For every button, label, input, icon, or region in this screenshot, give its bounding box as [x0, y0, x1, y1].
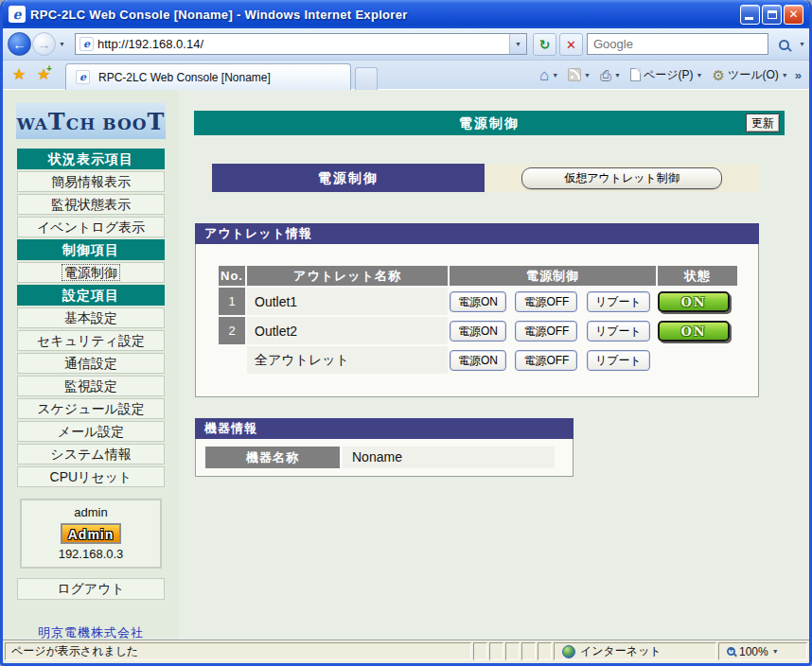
- page-header: 電源制御 更新: [194, 111, 785, 135]
- chevron-down-icon: ▼: [584, 72, 591, 79]
- home-button[interactable]: ⌂▼: [537, 65, 561, 85]
- page-title: 電源制御: [194, 111, 785, 135]
- address-dropdown-button[interactable]: ▼: [509, 34, 526, 54]
- virtual-outlet-control-button[interactable]: 仮想アウトレット制御: [521, 167, 722, 189]
- tools-menu-button[interactable]: ⚙ツール(O)▼: [709, 65, 790, 85]
- menu-header-settings: 設定項目: [17, 285, 165, 306]
- minimize-icon: [745, 17, 753, 20]
- status-badge: ON: [658, 321, 730, 342]
- device-name-value: Noname: [343, 447, 555, 468]
- security-zone-pane: インターネット: [554, 642, 716, 660]
- reboot-button[interactable]: リブート: [587, 291, 650, 312]
- add-favorite-plus-icon: +: [46, 63, 52, 74]
- zoom-level: 100%: [739, 645, 768, 658]
- gear-icon: ⚙: [712, 68, 724, 82]
- update-button[interactable]: 更新: [746, 114, 780, 132]
- address-input[interactable]: [97, 37, 509, 51]
- logo-text: CH BOO: [66, 114, 148, 133]
- ie-app-icon: e: [9, 6, 26, 23]
- close-button[interactable]: ✕: [784, 5, 803, 25]
- internet-globe-icon: [562, 645, 575, 658]
- outlet-controls: 電源ON 電源OFF リブート: [450, 288, 656, 315]
- history-dropdown-icon[interactable]: ▼: [59, 41, 65, 47]
- new-tab-button[interactable]: [355, 67, 378, 90]
- reboot-button[interactable]: リブート: [587, 350, 650, 371]
- browser-window: e RPC-2LC Web Console [Noname] - Windows…: [0, 0, 812, 666]
- outlet-number: 1: [219, 288, 245, 315]
- rss-icon: [568, 68, 581, 81]
- maximize-button[interactable]: [762, 5, 782, 25]
- page-favicon: e: [79, 37, 94, 51]
- refresh-button[interactable]: ↻: [533, 33, 556, 56]
- outlet-section-title: アウトレット情報: [195, 223, 759, 244]
- sidebar-item-mail-settings[interactable]: メール設定: [17, 421, 165, 442]
- stop-button[interactable]: ✕: [559, 33, 583, 56]
- forward-button[interactable]: →: [32, 32, 56, 56]
- sidebar-item-event-log[interactable]: イベントログ表示: [17, 217, 165, 237]
- device-info-section: 機器情報 機器名称 Noname: [195, 418, 574, 477]
- logo-text: T: [48, 108, 66, 135]
- window-title: RPC-2LC Web Console [Noname] - Windows I…: [30, 8, 738, 22]
- outlet-name: Outlet1: [247, 288, 448, 315]
- zoom-control[interactable]: 100% ▼: [718, 642, 807, 660]
- power-off-button[interactable]: 電源OFF: [515, 291, 577, 312]
- user-name: admin: [22, 505, 160, 519]
- sidebar-item-monitor-status[interactable]: 監視状態表示: [17, 194, 165, 215]
- status-pane: [521, 642, 536, 660]
- sidebar-item-simple-info[interactable]: 簡易情報表示: [17, 171, 165, 192]
- chevron-down-icon: ▼: [772, 648, 779, 655]
- toolbar-overflow-icon[interactable]: »: [795, 68, 802, 82]
- status-badge: ON: [658, 291, 730, 312]
- table-row: 1 Outlet1 電源ON 電源OFF リブート ON: [219, 288, 737, 315]
- outlet-name: Outlet2: [247, 317, 448, 344]
- print-button[interactable]: ⎙▼: [597, 66, 624, 84]
- outlet-status-cell: [658, 346, 737, 374]
- device-name-label: 機器名称: [205, 447, 340, 468]
- sidebar-item-cpu-reset[interactable]: CPUリセット: [17, 466, 165, 487]
- sidebar-item-label: 電源制御: [62, 264, 120, 281]
- table-row: 2 Outlet2 電源ON 電源OFF リブート ON: [219, 317, 737, 344]
- power-on-button[interactable]: 電源ON: [450, 350, 506, 371]
- search-box: [587, 33, 768, 55]
- search-input[interactable]: [588, 37, 768, 51]
- minimize-button[interactable]: [740, 5, 760, 25]
- user-ip: 192.168.0.3: [22, 547, 160, 561]
- sidebar-item-power-control[interactable]: 電源制御: [17, 262, 165, 283]
- sidebar-item-schedule-settings[interactable]: スケジュール設定: [17, 398, 165, 419]
- status-bar: ページが表示されました インターネット 100% ▼: [3, 640, 809, 662]
- chevron-down-icon: ▼: [697, 72, 703, 79]
- zone-label: インターネット: [580, 643, 662, 659]
- sidebar-item-basic-settings[interactable]: 基本設定: [17, 307, 165, 328]
- logo-text: T: [148, 108, 166, 135]
- reboot-button[interactable]: リブート: [587, 321, 650, 342]
- search-options-icon[interactable]: ▼: [799, 41, 805, 47]
- outlet-controls: 電源ON 電源OFF リブート: [450, 346, 656, 374]
- back-button[interactable]: ←: [8, 32, 31, 56]
- company-link[interactable]: 明京電機株式会社: [3, 624, 179, 641]
- browser-tab[interactable]: e RPC-2LC Web Console [Noname]: [65, 63, 351, 90]
- col-no: No.: [219, 266, 245, 286]
- page-menu-button[interactable]: ページ(P)▼: [627, 65, 706, 85]
- toolbar-commands: ⌂▼ ▼ ⎙▼ ページ(P)▼ ⚙ツール(O)▼ »: [537, 61, 802, 89]
- tools-menu-label: ツール(O): [728, 67, 779, 83]
- feeds-button[interactable]: ▼: [565, 66, 593, 83]
- title-bar: e RPC-2LC Web Console [Noname] - Windows…: [3, 0, 809, 28]
- main-panel: 電源制御 更新 電源制御 仮想アウトレット制御 アウトレット情報 No. アウト…: [179, 90, 809, 640]
- power-off-button[interactable]: 電源OFF: [515, 321, 577, 342]
- power-on-button[interactable]: 電源ON: [450, 291, 506, 312]
- sidebar-item-security-settings[interactable]: セキュリティ設定: [17, 330, 165, 351]
- device-section-body: 機器名称 Noname: [195, 439, 574, 477]
- search-button[interactable]: [771, 33, 796, 56]
- logout-button[interactable]: ログアウト: [17, 578, 165, 600]
- sidebar-item-monitor-settings[interactable]: 監視設定: [17, 376, 165, 396]
- sidebar-item-system-info[interactable]: システム情報: [17, 444, 165, 464]
- tab-power-control[interactable]: 電源制御: [212, 164, 485, 192]
- col-status: 状態: [658, 266, 737, 286]
- favorites-center-icon[interactable]: ★: [12, 65, 26, 83]
- outlet-number: 2: [219, 317, 245, 344]
- admin-badge: Admin: [61, 523, 121, 544]
- sidebar-item-communication-settings[interactable]: 通信設定: [17, 353, 165, 374]
- power-on-button[interactable]: 電源ON: [450, 321, 506, 342]
- table-row: 全アウトレット 電源ON 電源OFF リブート: [219, 346, 737, 374]
- power-off-button[interactable]: 電源OFF: [515, 350, 577, 371]
